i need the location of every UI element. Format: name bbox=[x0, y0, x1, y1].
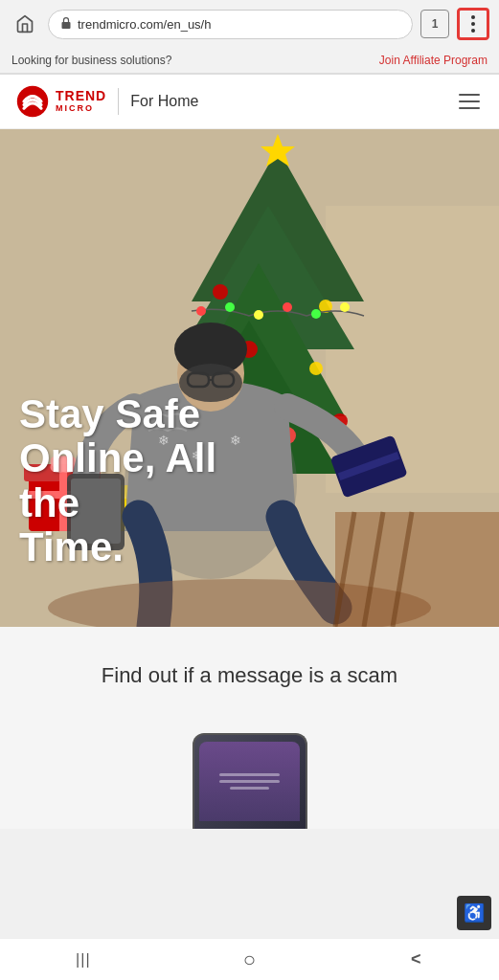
svg-point-46 bbox=[311, 309, 321, 319]
svg-point-42 bbox=[196, 306, 206, 316]
header-divider bbox=[118, 88, 119, 115]
logo-text-group: TREND MICRO bbox=[56, 89, 106, 113]
business-solutions-text: Looking for business solutions? bbox=[11, 54, 372, 67]
phone-preview-area bbox=[0, 714, 499, 829]
svg-point-12 bbox=[309, 362, 323, 375]
accessibility-icon: ♿ bbox=[464, 902, 485, 924]
hero-text-overlay: Stay Safe Online, All the Time. bbox=[19, 392, 499, 569]
phone-screen bbox=[199, 742, 299, 821]
svg-point-1 bbox=[17, 86, 48, 117]
android-recent-apps-button[interactable]: ||| bbox=[55, 939, 112, 981]
tab-count-button[interactable]: 1 bbox=[420, 10, 449, 38]
promo-bar: Looking for business solutions? Join Aff… bbox=[0, 48, 499, 74]
site-header: TREND MICRO For Home bbox=[0, 75, 499, 129]
hero-headline: Stay Safe Online, All the Time. bbox=[19, 392, 287, 569]
for-home-text: For Home bbox=[130, 93, 198, 110]
svg-point-44 bbox=[254, 310, 263, 320]
recent-apps-icon: ||| bbox=[76, 951, 90, 969]
phone-mockup bbox=[193, 733, 307, 829]
svg-point-43 bbox=[225, 302, 235, 312]
home-circle-icon: ○ bbox=[243, 947, 256, 972]
svg-point-47 bbox=[340, 302, 350, 312]
affiliate-program-link[interactable]: Join Affiliate Program bbox=[379, 54, 488, 67]
lock-icon bbox=[60, 16, 72, 33]
svg-point-9 bbox=[213, 284, 228, 300]
phone-screen-content bbox=[199, 742, 299, 821]
android-home-button[interactable]: ○ bbox=[220, 939, 278, 981]
accessibility-button[interactable]: ♿ bbox=[457, 896, 491, 930]
logo-area: TREND MICRO For Home bbox=[15, 84, 455, 119]
hero-headline-line2: Online, All the bbox=[19, 435, 216, 524]
address-text: trendmicro.com/en_us/h bbox=[78, 17, 400, 32]
hamburger-line-3 bbox=[459, 107, 480, 109]
menu-dot-1 bbox=[471, 15, 475, 19]
hamburger-menu-button[interactable] bbox=[455, 90, 484, 113]
below-hero-section: Find out if a message is a scam bbox=[0, 627, 499, 714]
browser-toolbar: trendmicro.com/en_us/h 1 bbox=[0, 0, 499, 48]
browser-home-button[interactable] bbox=[10, 9, 40, 39]
phone-screen-line-2 bbox=[219, 780, 280, 783]
section-title: Find out if a message is a scam bbox=[19, 661, 480, 691]
address-bar[interactable]: trendmicro.com/en_us/h bbox=[48, 10, 413, 39]
logo-micro-text: MICRO bbox=[56, 104, 106, 114]
hero-headline-line1: Stay Safe bbox=[19, 391, 200, 436]
browser-chrome: trendmicro.com/en_us/h 1 Looking for bus… bbox=[0, 0, 499, 75]
hero-headline-line3: Time. bbox=[19, 524, 124, 569]
logo-trend-text: TREND bbox=[56, 89, 106, 103]
phone-screen-line-3 bbox=[230, 787, 270, 790]
menu-dot-2 bbox=[471, 22, 475, 26]
hamburger-line-1 bbox=[459, 94, 480, 96]
trend-micro-logo[interactable]: TREND MICRO bbox=[15, 84, 106, 119]
android-back-button[interactable]: < bbox=[387, 939, 444, 981]
browser-menu-button[interactable] bbox=[457, 8, 489, 40]
android-navbar: ||| ○ < bbox=[0, 938, 499, 980]
svg-point-45 bbox=[283, 302, 292, 312]
phone-screen-line-1 bbox=[219, 773, 280, 776]
hero-section: ❄ ❄ ❄ Stay Safe Online, All the Time. bbox=[0, 129, 499, 627]
menu-dot-3 bbox=[471, 29, 475, 33]
svg-rect-0 bbox=[62, 22, 71, 29]
back-icon: < bbox=[411, 949, 421, 969]
trend-micro-logo-icon bbox=[15, 84, 50, 119]
hamburger-line-2 bbox=[459, 100, 480, 102]
